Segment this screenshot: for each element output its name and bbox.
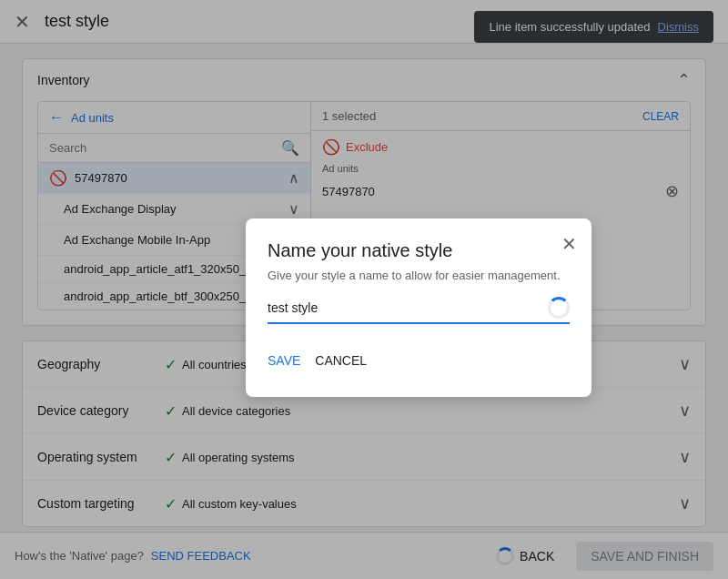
modal-close-button[interactable]: ✕ — [561, 233, 577, 255]
modal-input-row — [268, 297, 570, 324]
modal-save-button[interactable]: SAVE — [268, 346, 300, 375]
style-name-input[interactable] — [268, 300, 548, 315]
name-native-style-modal: ✕ Name your native style Give your style… — [246, 218, 592, 397]
modal-description: Give your style a name to allow for easi… — [268, 269, 570, 282]
modal-loading-spinner — [548, 297, 570, 319]
modal-overlay: ✕ Name your native style Give your style… — [0, 0, 728, 579]
modal-title: Name your native style — [268, 240, 570, 261]
modal-cancel-button[interactable]: CANCEL — [308, 346, 374, 375]
modal-actions: SAVE CANCEL — [268, 346, 570, 375]
